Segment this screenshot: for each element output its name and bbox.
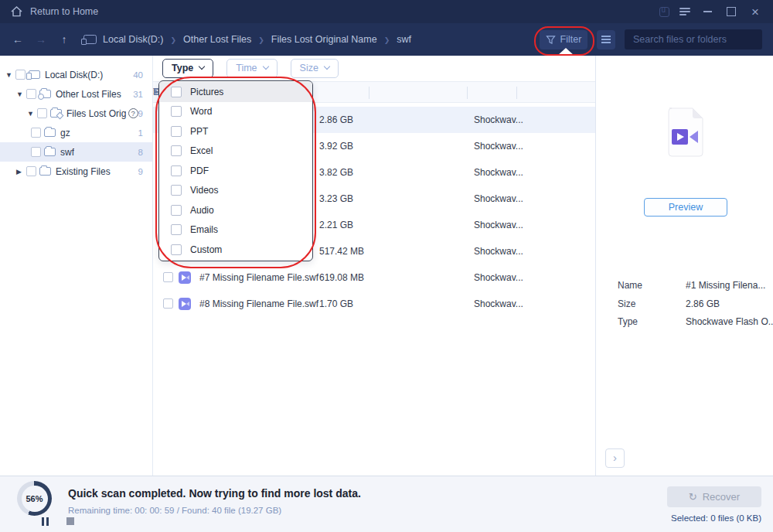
row-checkbox[interactable] — [163, 298, 173, 309]
breadcrumb-item[interactable]: Files Lost Original Name — [251, 34, 376, 45]
filter-size-button[interactable]: Size — [291, 59, 339, 78]
toolbar-right: Filter — [540, 29, 773, 49]
tree-item-label: swf — [60, 147, 74, 158]
tree-item-label: Other Lost Files — [56, 89, 121, 100]
filter-option-label: Audio — [190, 205, 214, 216]
file-preview-icon — [663, 107, 707, 161]
row-checkbox[interactable] — [163, 272, 173, 282]
tree-expand-arrow[interactable] — [5, 71, 15, 79]
preview-button[interactable]: Preview — [644, 198, 727, 217]
view-options-button[interactable] — [597, 30, 615, 49]
filter-option-label: PDF — [190, 165, 209, 176]
help-icon[interactable]: ? — [128, 108, 138, 118]
tree-expand-arrow[interactable] — [27, 110, 37, 118]
up-icon[interactable]: ↑ — [56, 31, 73, 48]
tree-checkbox[interactable] — [31, 147, 41, 157]
filter-option[interactable]: Emails — [159, 220, 312, 240]
app-menu-icon[interactable] — [679, 4, 692, 19]
filter-type-button[interactable]: Type — [162, 59, 213, 78]
breadcrumb-item[interactable]: Local Disk(D:) — [103, 34, 164, 45]
filter-option-label: Excel — [190, 145, 213, 156]
chevron-right-icon — [251, 34, 271, 45]
table-row[interactable]: #8 Missing Filename File.swf 1.70 GB Sho… — [153, 291, 595, 317]
tree-checkbox[interactable] — [37, 108, 47, 118]
filter-option[interactable]: Excel — [159, 142, 312, 162]
sidebar-tree-item[interactable]: Existing Files ? 9 — [0, 162, 152, 181]
tree-item-label: gz — [60, 128, 70, 138]
table-row[interactable]: #7 Missing Filename File.swf 619.08 MB S… — [153, 264, 595, 291]
drive-icon — [83, 35, 97, 44]
sidebar-tree-item[interactable]: gz ? 1 — [0, 123, 152, 142]
detail-label: Size — [618, 295, 635, 314]
dropdown-pointer-arrow — [557, 48, 574, 56]
filter-option-checkbox[interactable] — [171, 244, 182, 255]
title-bar: Return to Home — [0, 0, 773, 23]
close-button[interactable] — [747, 4, 764, 19]
pause-scan-button[interactable] — [42, 517, 51, 526]
feedback-icon[interactable] — [656, 4, 673, 19]
chevron-down-icon — [324, 63, 330, 70]
file-size: 3.82 GB — [319, 159, 353, 186]
folder-icon — [44, 128, 56, 137]
file-type: Shockwav... — [474, 212, 523, 238]
chevron-right-icon — [164, 34, 184, 45]
filter-option[interactable]: PPT — [159, 121, 312, 142]
filter-option-checkbox[interactable] — [171, 185, 182, 196]
detail-row: Type Shockwave Flash O.. — [596, 313, 773, 332]
filter-option-checkbox[interactable] — [171, 205, 182, 216]
file-size: 3.23 GB — [319, 186, 353, 212]
filter-option-checkbox[interactable] — [171, 224, 182, 235]
tree-checkbox[interactable] — [31, 128, 41, 138]
filter-option-label: Pictures — [190, 87, 223, 97]
swf-file-icon — [179, 298, 191, 310]
sidebar-tree-item[interactable]: Files Lost Original Na... ? 9 — [0, 104, 152, 123]
folder-minus-icon — [39, 90, 51, 98]
filter-chip-bar: Type Time Size — [153, 56, 595, 80]
breadcrumb-item[interactable]: swf — [377, 34, 411, 45]
filter-option[interactable]: Custom — [159, 240, 312, 260]
tree-checkbox[interactable] — [26, 89, 36, 99]
filter-option-checkbox[interactable] — [171, 87, 182, 97]
recover-icon — [689, 491, 697, 503]
breadcrumb: Local Disk(D:) Other Lost Files Files Lo… — [103, 34, 411, 45]
sidebar-tree-item[interactable]: Other Lost Files ? 31 — [0, 84, 152, 104]
filter-option[interactable]: Videos — [159, 181, 312, 201]
swf-file-icon — [179, 271, 191, 284]
stop-scan-button[interactable] — [66, 517, 74, 525]
minimize-button[interactable] — [699, 4, 716, 19]
filter-button[interactable]: Filter — [540, 30, 587, 49]
filter-option-checkbox[interactable] — [171, 126, 182, 137]
filter-time-button[interactable]: Time — [226, 59, 277, 78]
return-home-button[interactable]: Return to Home — [0, 6, 98, 17]
filter-option[interactable]: PDF — [159, 161, 312, 181]
detail-value: 2.86 GB — [686, 295, 720, 314]
file-name: #7 Missing Filename File.swf — [199, 264, 318, 291]
file-size: 1.70 GB — [319, 291, 353, 317]
filter-option-checkbox[interactable] — [171, 106, 182, 117]
filter-option[interactable]: Word — [159, 102, 312, 122]
collapse-panel-button[interactable] — [605, 448, 625, 468]
filter-option-checkbox[interactable] — [171, 145, 182, 156]
back-icon[interactable]: ← — [9, 31, 26, 48]
filter-option[interactable]: Pictures — [159, 82, 312, 102]
column-divider — [369, 87, 369, 99]
folder-icon — [39, 167, 51, 176]
forward-icon[interactable]: → — [32, 31, 49, 48]
tree-expand-arrow[interactable] — [16, 168, 26, 176]
breadcrumb-item[interactable]: Other Lost Files — [164, 34, 252, 45]
file-size: 2.86 GB — [319, 107, 353, 133]
folder-icon — [44, 148, 56, 156]
maximize-button[interactable] — [723, 4, 740, 19]
sidebar-tree-item[interactable]: Local Disk(D:) ? 40 — [0, 65, 152, 84]
tree-item-label: Local Disk(D:) — [45, 70, 103, 80]
tree-checkbox[interactable] — [15, 70, 26, 80]
recover-button[interactable]: Recover — [667, 486, 761, 507]
sidebar-tree-item[interactable]: swf ? 8 — [0, 142, 152, 162]
tree-expand-arrow[interactable] — [16, 90, 26, 98]
filter-option[interactable]: Audio — [159, 200, 312, 220]
file-name: #8 Missing Filename File.swf — [199, 291, 318, 317]
filter-option-checkbox[interactable] — [171, 165, 182, 176]
tree-checkbox[interactable] — [26, 166, 36, 176]
search-input[interactable] — [633, 34, 758, 45]
chevron-right-icon — [377, 34, 397, 45]
